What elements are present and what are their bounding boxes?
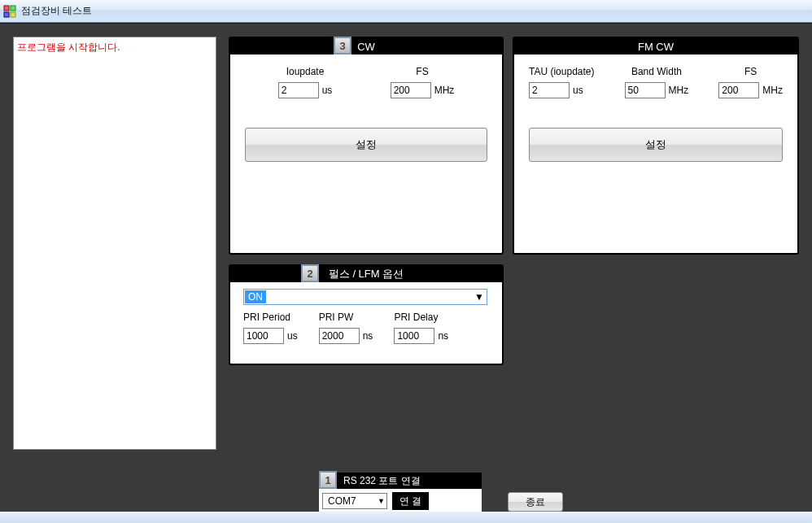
cw-badge: 3: [334, 37, 351, 54]
cw-ioupdate-unit: us: [322, 85, 333, 96]
pulse-panel: 2 펄스 / LFM 옵션 ON ▼ PRI Period us PRI PW: [229, 264, 504, 365]
pri-period-field: PRI Period us: [243, 312, 298, 344]
svg-rect-1: [11, 6, 15, 11]
port-badge: 1: [319, 471, 337, 489]
cw-ioupdate-label: Ioupdate: [278, 66, 333, 82]
chevron-down-icon: ▼: [378, 497, 385, 505]
fmcw-fs-unit: MHz: [762, 85, 783, 96]
bottom-strip: [0, 512, 812, 523]
fmcw-fs-label: FS: [718, 66, 783, 82]
cw-ioupdate-field: Ioupdate us: [278, 66, 333, 98]
cw-panel: 3 CW Ioupdate us FS MHz: [229, 37, 504, 255]
pri-pw-field: PRI PW ns: [319, 312, 373, 344]
fmcw-tau-label: TAU (ioupdate): [529, 66, 594, 82]
app-icon: [3, 5, 16, 18]
cw-fs-field: FS MHz: [391, 66, 455, 98]
fmcw-tau-input[interactable]: [529, 82, 570, 98]
cw-fs-label: FS: [391, 66, 455, 82]
fmcw-bw-unit: MHz: [669, 85, 689, 96]
connect-button[interactable]: 연 결: [392, 492, 429, 510]
chevron-down-icon: ▼: [474, 291, 485, 303]
titlebar: 점검장비 테스트: [0, 0, 812, 23]
svg-rect-2: [4, 12, 9, 17]
port-block: 1 RS 232 포트 연결 COM7 ▼ 연 결: [319, 473, 482, 513]
pri-delay-input[interactable]: [394, 328, 434, 344]
pulse-badge: 2: [301, 264, 319, 282]
pri-pw-label: PRI PW: [319, 312, 373, 328]
pulse-mode-value: ON: [245, 290, 266, 303]
pri-pw-input[interactable]: [319, 328, 360, 344]
pri-delay-field: PRI Delay ns: [394, 312, 448, 344]
pulse-header: 2 펄스 / LFM 옵션: [230, 266, 502, 282]
fmcw-set-button[interactable]: 설정: [529, 128, 783, 162]
exit-button[interactable]: 종료: [508, 492, 563, 512]
window-title: 점검장비 테스트: [21, 4, 92, 18]
fmcw-tau-unit: us: [573, 85, 583, 96]
log-panel: 프로그램을 시작합니다.: [13, 37, 216, 450]
cw-ioupdate-input[interactable]: [278, 82, 319, 98]
fmcw-tau-field: TAU (ioupdate) us: [529, 66, 594, 98]
cw-set-button[interactable]: 설정: [245, 128, 487, 162]
cw-header: 3 CW: [230, 38, 502, 54]
pri-period-unit: us: [287, 330, 298, 342]
port-title: RS 232 포트 연결: [343, 474, 421, 488]
port-selected: COM7: [328, 495, 356, 507]
pulse-title: 펄스 / LFM 옵션: [329, 267, 404, 281]
pri-period-label: PRI Period: [243, 312, 298, 328]
fmcw-title: FM CW: [638, 41, 674, 53]
cw-title: CW: [357, 41, 375, 53]
fmcw-header: FM CW: [514, 38, 797, 54]
fmcw-panel: FM CW TAU (ioupdate) us Band Width MHz: [513, 37, 799, 255]
pri-pw-unit: ns: [363, 330, 373, 342]
port-combo[interactable]: COM7 ▼: [322, 493, 387, 509]
fmcw-bw-field: Band Width MHz: [625, 66, 689, 98]
pri-delay-unit: ns: [438, 330, 448, 342]
fmcw-bw-label: Band Width: [625, 66, 689, 82]
pri-delay-label: PRI Delay: [394, 312, 448, 328]
cw-fs-input[interactable]: [391, 82, 431, 98]
fmcw-fs-input[interactable]: [718, 82, 759, 98]
cw-fs-unit: MHz: [434, 85, 455, 96]
svg-rect-0: [4, 6, 9, 11]
fmcw-bw-input[interactable]: [625, 82, 666, 98]
content-area: 프로그램을 시작합니다. 3 CW Ioupdate us FS: [0, 23, 812, 512]
fmcw-fs-field: FS MHz: [718, 66, 783, 98]
pri-period-input[interactable]: [243, 328, 284, 344]
port-header: 1 RS 232 포트 연결: [319, 473, 482, 489]
svg-rect-3: [11, 12, 15, 17]
log-message: 프로그램을 시작합니다.: [17, 41, 212, 54]
pulse-mode-combo[interactable]: ON ▼: [243, 289, 487, 305]
